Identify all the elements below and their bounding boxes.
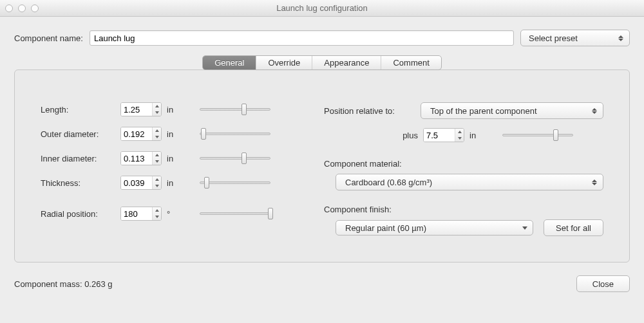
set-for-all-button[interactable]: Set for all [544, 219, 603, 236]
length-label: Length: [41, 105, 115, 115]
radial-position-input[interactable] [121, 207, 152, 220]
material-select[interactable]: Cardboard (0.68 g/cm³) [336, 174, 603, 190]
inner-diameter-unit: in [167, 154, 178, 163]
plus-input[interactable] [424, 129, 455, 142]
updown-icon [591, 180, 598, 185]
plus-label: plus [396, 131, 418, 140]
radial-position-row: Radial position: ° [41, 207, 298, 221]
tab-bar: General Override Appearance Comment [14, 55, 630, 70]
stepper-arrows-icon[interactable] [152, 127, 161, 140]
outer-diameter-input[interactable] [121, 127, 152, 140]
thickness-input[interactable] [121, 176, 152, 189]
stepper-arrows-icon[interactable] [152, 207, 161, 220]
thickness-row: Thickness: in [41, 176, 298, 190]
inner-diameter-stepper[interactable] [120, 151, 162, 165]
inner-diameter-slider[interactable] [200, 152, 270, 165]
outer-diameter-slider[interactable] [200, 127, 270, 140]
stepper-arrows-icon[interactable] [152, 103, 161, 116]
stepper-arrows-icon[interactable] [152, 176, 161, 189]
component-name-input[interactable] [90, 30, 514, 46]
thickness-stepper[interactable] [120, 176, 162, 190]
length-input[interactable] [121, 103, 152, 116]
position-relative-select[interactable]: Top of the parent component [421, 102, 603, 119]
general-panel: Length: in Outer diameter: [14, 69, 630, 263]
thickness-slider[interactable] [200, 176, 270, 189]
length-unit: in [167, 105, 178, 115]
component-mass-label: Component mass: [14, 279, 82, 289]
stepper-arrows-icon[interactable] [152, 152, 161, 165]
outer-diameter-unit: in [167, 129, 178, 139]
outer-diameter-label: Outer diameter: [41, 129, 115, 139]
plus-stepper[interactable] [423, 128, 464, 142]
thickness-unit: in [167, 178, 178, 188]
radial-position-slider[interactable] [200, 207, 270, 220]
minimize-window-icon[interactable] [18, 5, 26, 12]
finish-label: Component finish: [324, 205, 603, 214]
tab-appearance[interactable]: Appearance [312, 56, 381, 69]
outer-diameter-row: Outer diameter: in [41, 127, 298, 141]
plus-unit: in [469, 131, 481, 140]
tab-comment[interactable]: Comment [381, 56, 440, 69]
length-stepper[interactable] [120, 102, 162, 116]
preset-select[interactable]: Select preset [520, 30, 630, 46]
tab-general[interactable]: General [203, 56, 256, 69]
updown-icon [591, 108, 598, 114]
inner-diameter-input[interactable] [121, 152, 152, 165]
close-window-icon[interactable] [5, 5, 13, 12]
component-name-label: Component name: [14, 33, 83, 43]
radial-position-unit: ° [167, 209, 178, 219]
material-value: Cardboard (0.68 g/cm³) [345, 178, 432, 187]
inner-diameter-row: Inner diameter: in [41, 151, 298, 165]
position-relative-value: Top of the parent component [430, 106, 537, 116]
tab-override[interactable]: Override [256, 56, 312, 69]
window-title: Launch lug configuration [0, 3, 644, 13]
outer-diameter-stepper[interactable] [120, 127, 162, 141]
length-row: Length: in [41, 102, 298, 116]
close-button[interactable]: Close [576, 275, 630, 292]
finish-select[interactable]: Regular paint (60 µm) [336, 220, 533, 235]
preset-select-label: Select preset [529, 33, 578, 43]
finish-value: Regular paint (60 µm) [345, 223, 426, 233]
thickness-label: Thickness: [41, 178, 115, 188]
length-slider[interactable] [200, 103, 270, 116]
material-label: Component material: [324, 159, 603, 169]
radial-position-label: Radial position: [41, 209, 115, 219]
titlebar: Launch lug configuration [0, 0, 644, 17]
window-controls [5, 5, 39, 12]
plus-slider[interactable] [502, 129, 573, 142]
chevron-down-icon [522, 226, 527, 230]
position-relative-label: Position relative to: [324, 106, 414, 116]
updown-icon [618, 35, 624, 41]
inner-diameter-label: Inner diameter: [41, 154, 115, 163]
zoom-window-icon[interactable] [31, 5, 39, 12]
radial-position-stepper[interactable] [120, 207, 162, 221]
component-mass: Component mass: 0.263 g [14, 279, 113, 289]
component-mass-value: 0.263 g [84, 279, 112, 289]
stepper-arrows-icon[interactable] [455, 129, 464, 142]
